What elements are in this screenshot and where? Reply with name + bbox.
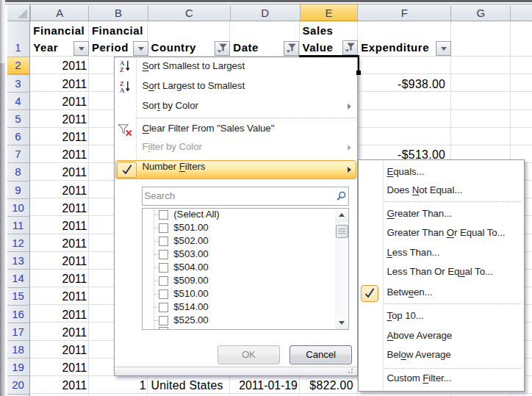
- svg-text:Z: Z: [120, 66, 124, 73]
- svg-text:A: A: [120, 87, 125, 94]
